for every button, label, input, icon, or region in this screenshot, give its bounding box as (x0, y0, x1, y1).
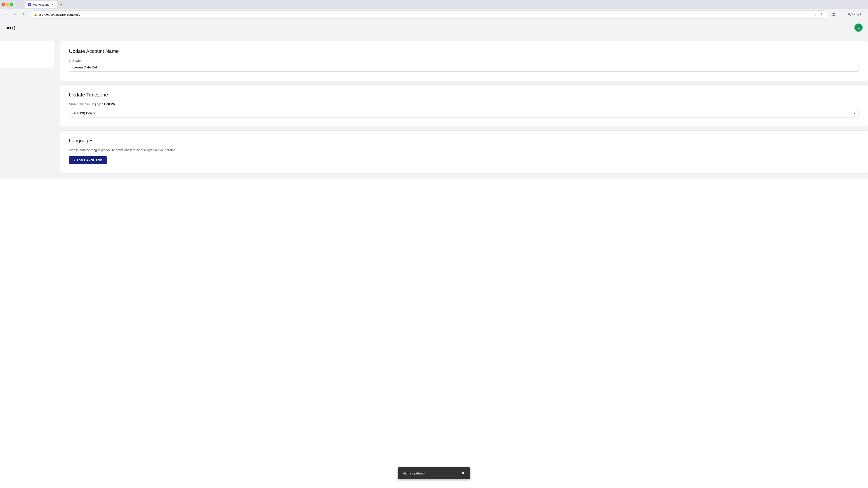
url-display: arc.dev/settings/personal-info (39, 13, 810, 16)
window-maximize-button[interactable] (10, 3, 13, 6)
current-time-value: 11:08 PM (102, 102, 116, 106)
sidebar-panel (0, 41, 54, 68)
page-header: arc() L (0, 20, 868, 35)
svg-rect-2 (833, 13, 834, 14)
timezone-select[interactable]: (+08:00) Beijing (69, 109, 859, 118)
incognito-label: Incognito (852, 13, 863, 16)
sections-container: Update Account Name Full Name Update Tim… (60, 41, 868, 173)
bookmark-button[interactable]: ☆ (811, 11, 818, 18)
tab-favicon-icon: ✓ (28, 3, 31, 6)
full-name-label: Full Name (69, 59, 84, 63)
full-name-input[interactable] (69, 63, 859, 72)
svg-rect-4 (833, 15, 834, 16)
svg-text:✓: ✓ (29, 4, 30, 6)
languages-description: Please add the languages you're proficie… (69, 148, 859, 152)
user-avatar[interactable]: L (855, 24, 863, 32)
more-button[interactable]: ⋮ (838, 11, 844, 18)
add-language-label: + ADD LANGUAGE (73, 159, 102, 162)
tab-title: Arc Account (33, 3, 49, 6)
extensions-button[interactable] (831, 11, 837, 18)
update-timezone-title: Update Timezone (69, 92, 859, 98)
new-tab-button[interactable]: + (58, 1, 64, 8)
svg-rect-3 (834, 13, 835, 14)
address-bar-row: ← → ↻ 🔒 arc.dev/settings/personal-info ☆… (0, 9, 868, 20)
window-minimize-button[interactable] (6, 3, 9, 6)
update-timezone-section: Update Timezone Current time in Beijing:… (60, 85, 868, 127)
address-bar-actions: ☆ ⬇ (811, 11, 825, 18)
svg-rect-5 (834, 15, 835, 16)
current-time-info: Current time in Beijing: 11:08 PM (69, 102, 859, 106)
toast-close-button[interactable]: ✕ (460, 470, 466, 476)
current-time-prefix: Current time in Beijing: (69, 102, 102, 106)
page-body: arc() L Update Account Name Full Name Up… (0, 20, 868, 179)
browser-titlebar: ‹ ✓ Arc Account ✕ + (0, 0, 868, 9)
languages-section: Languages Please add the languages you'r… (60, 130, 868, 173)
toast-notification: Name updated. ✕ (398, 467, 470, 479)
timezone-select-wrapper: (+08:00) Beijing ▲ (69, 109, 859, 118)
window-close-button[interactable] (2, 3, 5, 6)
reload-button[interactable]: ↻ (21, 11, 28, 18)
update-account-name-title: Update Account Name (69, 48, 859, 54)
forward-button[interactable]: → (12, 11, 19, 18)
active-tab[interactable]: ✓ Arc Account ✕ (25, 1, 57, 8)
update-account-name-section: Update Account Name Full Name (60, 41, 868, 81)
toast-message: Name updated. (402, 471, 457, 475)
back-button[interactable]: ← (3, 11, 10, 18)
secure-icon: 🔒 (34, 13, 37, 16)
tab-favicon: ✓ (28, 3, 31, 6)
content-wrapper: Update Account Name Full Name Update Tim… (0, 35, 868, 179)
browser-actions: ⋮ Incognito (831, 11, 865, 18)
incognito-badge: Incognito (845, 12, 865, 17)
incognito-icon (847, 13, 851, 16)
tab-close-button[interactable]: ✕ (51, 2, 55, 6)
add-language-button[interactable]: + ADD LANGUAGE (69, 156, 107, 164)
site-logo: arc() (5, 25, 16, 31)
tab-navigate-back[interactable]: ‹ (18, 1, 24, 8)
download-button[interactable]: ⬇ (819, 11, 825, 18)
languages-title: Languages (69, 138, 859, 144)
address-bar[interactable]: 🔒 arc.dev/settings/personal-info ☆ ⬇ (30, 10, 829, 19)
